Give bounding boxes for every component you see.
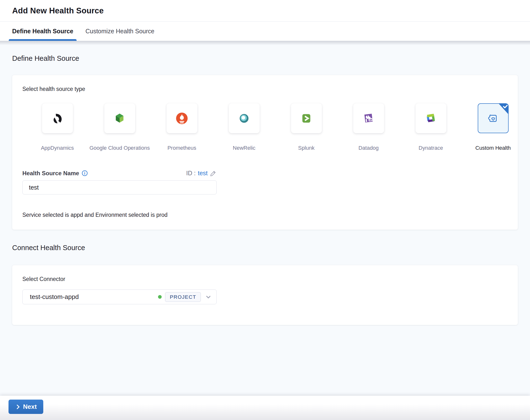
tab-label: Define Health Source (12, 28, 73, 35)
id-row: ID : test (186, 170, 217, 177)
select-connector-label: Select Connector (22, 276, 65, 282)
health-source-type-row: AppDynamics Google Cloud Operations (42, 103, 509, 151)
chevron-down-icon[interactable] (205, 293, 212, 301)
source-card-datadog[interactable] (353, 103, 384, 133)
tab-customize-health-source[interactable]: Customize Health Source (82, 22, 158, 41)
source-option-appdynamics: AppDynamics (42, 103, 73, 151)
source-label: Custom Health (475, 145, 511, 151)
header: Add New Health Source Define Health Sour… (0, 0, 530, 41)
info-icon[interactable] (81, 170, 88, 176)
source-card-appdynamics[interactable] (42, 103, 73, 133)
source-label: NewRelic (233, 145, 255, 151)
appdynamics-icon (50, 111, 64, 125)
define-section-heading: Define Health Source (12, 55, 79, 62)
define-health-source-panel: Select health source type AppDynamics (12, 75, 518, 230)
footer-bar: Next (0, 396, 530, 420)
selected-check-icon (497, 103, 509, 115)
source-option-custom-health: Custom Health (477, 103, 509, 151)
splunk-icon (299, 112, 313, 125)
tab-bar: Define Health Source Customize Health So… (0, 22, 530, 41)
id-value: test (198, 170, 208, 177)
health-source-name-label: Health Source Name (22, 170, 88, 177)
source-option-datadog: Datadog (353, 103, 384, 151)
prometheus-icon (175, 111, 189, 126)
next-chevron-icon (15, 404, 21, 410)
service-environment-note: Service selected is appd and Environment… (22, 212, 167, 218)
source-card-prometheus[interactable] (166, 103, 197, 133)
source-card-custom-health[interactable] (478, 103, 509, 133)
source-option-newrelic: NewRelic (229, 103, 260, 151)
dynatrace-icon (424, 112, 438, 125)
next-label: Next (23, 403, 37, 410)
google-cloud-operations-icon (113, 112, 126, 125)
source-option-prometheus: Prometheus (166, 103, 197, 151)
id-prefix: ID : (186, 170, 196, 177)
connect-health-source-panel: Select Connector test-custom-appd PROJEC… (12, 265, 518, 325)
source-option-google-cloud-operations: Google Cloud Operations (104, 103, 135, 151)
page-title: Add New Health Source (12, 6, 103, 15)
connector-scope-badge: PROJECT (165, 292, 201, 302)
source-card-dynatrace[interactable] (415, 103, 446, 133)
health-source-name-input[interactable] (22, 180, 217, 194)
tab-define-health-source[interactable]: Define Health Source (9, 22, 77, 41)
source-label: Datadog (358, 145, 379, 151)
title-row: Add New Health Source (0, 0, 530, 22)
connector-value: test-custom-appd (30, 293, 158, 301)
datadog-icon (362, 112, 375, 125)
connect-section-heading: Connect Health Source (12, 244, 85, 252)
header-shadow (0, 41, 530, 45)
source-card-splunk[interactable] (291, 103, 322, 133)
health-source-name-row: Health Source Name ID : test (22, 170, 217, 177)
source-label: AppDynamics (41, 145, 74, 151)
source-type-label: Select health source type (22, 86, 85, 92)
source-option-splunk: Splunk (291, 103, 322, 151)
source-card-google-cloud-operations[interactable] (104, 103, 135, 133)
edit-pencil-icon[interactable] (210, 170, 217, 177)
newrelic-icon (237, 112, 251, 125)
source-label: Splunk (298, 145, 314, 151)
source-label: Google Cloud Operations (89, 145, 150, 151)
tab-label: Customize Health Source (85, 28, 154, 35)
source-card-newrelic[interactable] (229, 103, 260, 133)
source-label: Prometheus (167, 145, 196, 151)
next-button[interactable]: Next (9, 400, 43, 414)
source-option-dynatrace: Dynatrace (415, 103, 446, 151)
add-health-source-page: Add New Health Source Define Health Sour… (0, 0, 530, 420)
connector-select[interactable]: test-custom-appd PROJECT (22, 290, 217, 304)
connector-status-dot (158, 295, 162, 299)
source-label: Dynatrace (419, 145, 443, 151)
label-text: Health Source Name (22, 170, 79, 177)
